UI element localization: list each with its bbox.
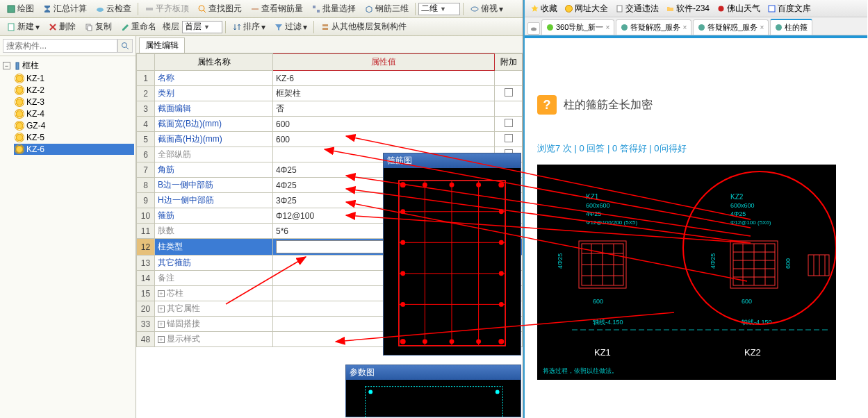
svg-text:600x600: 600x600 — [730, 202, 755, 209]
prop-value[interactable]: KZ-6 — [273, 71, 495, 86]
filter-button[interactable]: 过滤▾ — [270, 19, 311, 35]
tree-leaf[interactable]: KZ-5 — [14, 132, 134, 143]
component-icon — [15, 122, 24, 130]
close-icon[interactable]: × — [682, 24, 687, 31]
checkbox[interactable] — [505, 134, 513, 142]
property-row[interactable]: 4截面宽(B边)(mm)600 — [137, 117, 523, 132]
prop-extra[interactable] — [495, 71, 523, 86]
delete-button[interactable]: 删除 — [44, 19, 79, 35]
g-icon — [698, 24, 705, 31]
floor-dropdown[interactable]: 首层▼ — [182, 21, 222, 33]
fav-item[interactable]: 佛山天气 — [714, 1, 763, 16]
prop-value[interactable]: 否 — [273, 101, 495, 117]
tree-leaf-label: KZ-6 — [26, 144, 44, 154]
svg-point-54 — [547, 24, 553, 31]
cloud-check-button[interactable]: 云检查 — [92, 1, 135, 17]
prop-extra[interactable] — [495, 86, 523, 101]
prop-extra[interactable] — [495, 117, 523, 132]
prop-name: 角筋 — [155, 162, 273, 178]
find-entity-button[interactable]: 查找图元 — [194, 1, 245, 17]
stirrup-diagram-panel[interactable]: 箍筋图 — [383, 153, 521, 356]
overlook-button[interactable]: 俯视▾ — [466, 1, 507, 17]
property-row[interactable]: 3截面编辑否 — [137, 101, 523, 117]
view-rebar-button[interactable]: 查看钢筋量 — [247, 1, 306, 17]
rebar-3d-button[interactable]: 钢筋三维 — [361, 1, 412, 17]
browser-tab[interactable]: 答疑解惑_服务× — [693, 19, 769, 35]
param-diagram-panel[interactable]: 参数图 — [345, 365, 521, 417]
row-number: 3 — [137, 101, 155, 117]
browser-tab[interactable]: 答疑解惑_服务× — [616, 19, 691, 35]
panel-title[interactable]: 箍筋图 — [384, 153, 521, 168]
svg-point-3 — [199, 6, 204, 11]
svg-text:KZ1: KZ1 — [594, 347, 611, 358]
browser-tab[interactable]: 柱的箍 — [770, 19, 812, 35]
property-row[interactable]: 5截面高(H边)(mm)600 — [137, 132, 523, 147]
prop-value[interactable]: 600 — [273, 132, 495, 147]
flat-top-button[interactable]: 平齐板顶 — [141, 1, 193, 17]
tree-leaf-label: KZ-5 — [26, 133, 44, 142]
cloud-tab-icon[interactable] — [527, 22, 540, 35]
baidu-icon — [767, 4, 776, 13]
chevron-down-icon: ▼ — [440, 6, 446, 12]
prop-name: + 锚固搭接 — [155, 317, 273, 332]
batch-select-button[interactable]: 批量选择 — [308, 1, 359, 17]
close-icon[interactable]: × — [760, 24, 764, 31]
browser-tab[interactable]: 360导航_新一× — [541, 19, 614, 35]
prop-value[interactable]: 框架柱 — [273, 86, 495, 101]
toolbar-edit: 新建▾ 删除 复制 重命名 楼层 首层▼ 排序▾ 过滤▾ 从其他楼层复制构件 — [0, 18, 523, 36]
summary-calc-button[interactable]: 汇总计算 — [39, 1, 90, 17]
prop-name: 全部纵筋 — [155, 147, 273, 162]
row-number: 5 — [137, 132, 155, 147]
property-row[interactable]: 2类别框架柱 — [137, 86, 523, 101]
copy-from-floor-button[interactable]: 从其他楼层复制构件 — [317, 19, 410, 35]
tree-leaf[interactable]: KZ-4 — [14, 108, 134, 119]
component-icon — [15, 110, 24, 118]
expand-icon[interactable]: + — [158, 321, 165, 328]
component-tree[interactable]: − 框柱 KZ-1KZ-2KZ-3KZ-4GZ-4KZ-5KZ-6 — [0, 56, 136, 158]
checkbox[interactable] — [505, 88, 513, 97]
tree-leaf[interactable]: KZ-6 — [14, 144, 134, 155]
collapse-icon[interactable]: − — [3, 62, 10, 69]
close-icon[interactable]: × — [605, 24, 609, 31]
prop-name: + 芯柱 — [155, 286, 273, 301]
prop-name: 箍筋 — [155, 208, 273, 224]
svg-text:Φ12@100 (5X6): Φ12@100 (5X6) — [730, 219, 771, 226]
search-input[interactable] — [3, 39, 117, 53]
tab-property-edit[interactable]: 属性编辑 — [139, 37, 185, 53]
prop-extra[interactable] — [495, 132, 523, 147]
property-row[interactable]: 1名称KZ-6 — [137, 71, 523, 86]
search-button[interactable] — [117, 39, 133, 53]
cube-icon — [364, 4, 374, 14]
prop-extra[interactable] — [495, 101, 523, 117]
fav-item[interactable]: 收藏 — [527, 1, 560, 16]
svg-point-28 — [400, 182, 406, 187]
drawing-button[interactable]: 绘图 — [3, 1, 38, 17]
prop-value[interactable]: 600 — [273, 117, 495, 132]
rename-button[interactable]: 重命名 — [117, 19, 160, 35]
sort-button[interactable]: 排序▾ — [229, 19, 269, 35]
svg-point-29 — [498, 182, 504, 187]
svg-point-8 — [471, 7, 478, 11]
expand-icon[interactable]: + — [158, 306, 165, 312]
copy-button[interactable]: 复制 — [81, 19, 115, 35]
fav-item[interactable]: 交通违法 — [612, 1, 662, 16]
panel-title[interactable]: 参数图 — [346, 365, 521, 380]
tree-leaf[interactable]: KZ-2 — [14, 85, 134, 96]
new-button[interactable]: 新建▾ — [3, 19, 43, 35]
tree-leaf[interactable]: KZ-1 — [14, 73, 134, 84]
sort-icon — [232, 22, 242, 32]
tree-leaf[interactable]: GZ-4 — [14, 120, 134, 131]
fav-item[interactable]: 软件-234 — [663, 1, 712, 16]
expand-icon[interactable]: + — [158, 336, 165, 343]
row-number: 15 — [137, 286, 155, 301]
fav-item[interactable]: 网址大全 — [562, 1, 611, 16]
svg-rect-46 — [366, 387, 503, 418]
tree-root[interactable]: − 框柱 — [1, 59, 134, 72]
checkbox[interactable] — [505, 119, 513, 127]
rename-icon — [120, 22, 130, 32]
fav-item[interactable]: 百度文库 — [764, 1, 814, 16]
toolbar-main: 绘图 汇总计算 云检查 平齐板顶 查找图元 查看钢筋量 批量选择 钢筋三维 二维… — [0, 0, 523, 18]
view-dropdown[interactable]: 二维▼ — [418, 3, 460, 15]
tree-leaf[interactable]: KZ-3 — [14, 97, 134, 108]
expand-icon[interactable]: + — [158, 290, 165, 297]
